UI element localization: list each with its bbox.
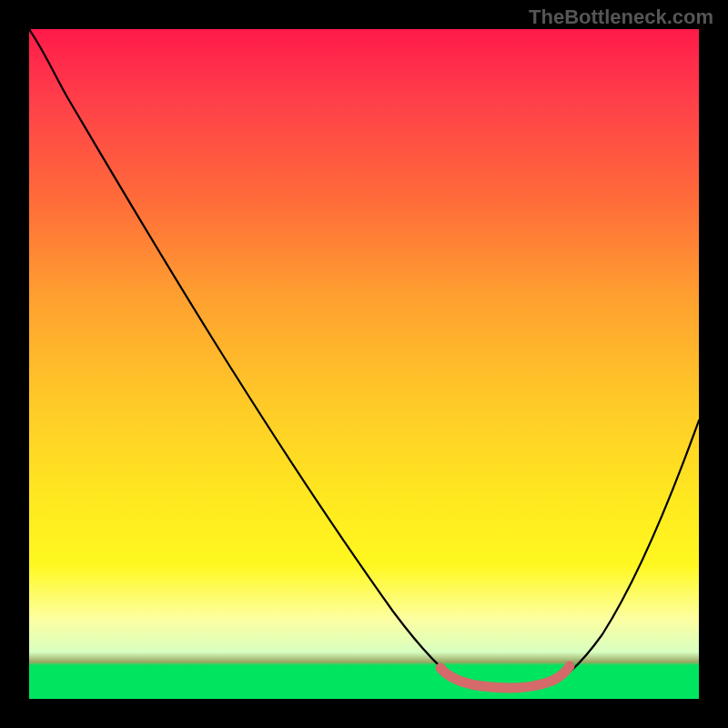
chart-container: TheBottleneck.com — [0, 0, 728, 728]
watermark-text: TheBottleneck.com — [529, 5, 713, 29]
bottleneck-curve — [29, 29, 699, 691]
chart-svg — [29, 29, 699, 699]
plot-area — [29, 29, 699, 699]
optimal-range-highlight — [440, 666, 570, 688]
